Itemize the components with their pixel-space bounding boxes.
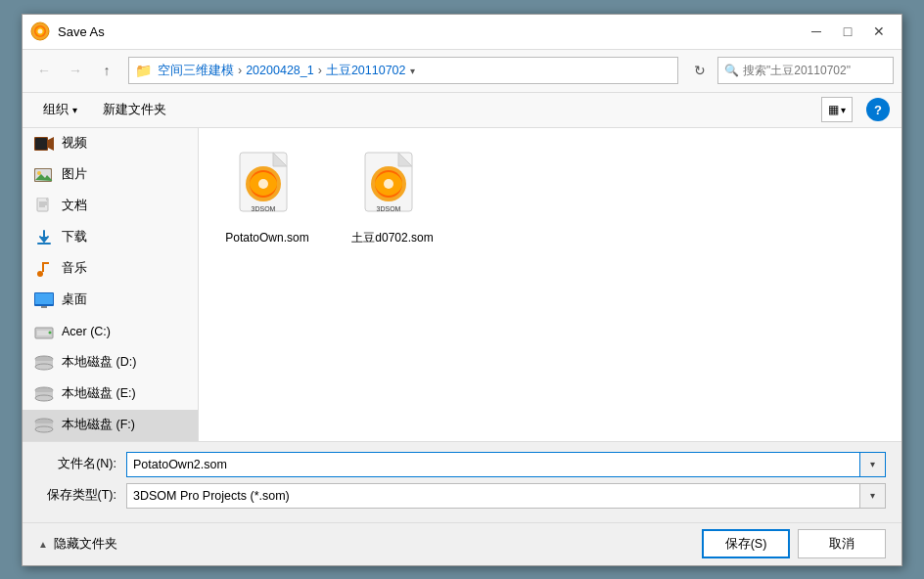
dialog-title: Save As	[58, 24, 802, 39]
desktop-icon	[34, 292, 54, 308]
sidebar-label-local-d: 本地磁盘 (D:)	[62, 354, 136, 371]
new-folder-button[interactable]: 新建文件夹	[94, 97, 175, 122]
main-area: 视频 图片	[23, 128, 901, 441]
local-f-icon	[34, 418, 54, 433]
sidebar-item-local-d[interactable]: 本地磁盘 (D:)	[23, 347, 198, 379]
save-as-dialog: Save As ─ □ ✕ ← → ↑ 📁 空间三维建模 › 20200428_…	[22, 14, 902, 566]
save-button[interactable]: 保存(S)	[702, 529, 790, 558]
breadcrumb-dropdown-icon[interactable]: ▾	[410, 66, 415, 76]
forward-icon: →	[69, 63, 82, 78]
sidebar-item-videos[interactable]: 视频	[23, 128, 198, 159]
svg-rect-14	[37, 243, 51, 245]
sidebar-label-local-e: 本地磁盘 (E:)	[62, 385, 136, 402]
sidebar-label-acer-c: Acer (C:)	[62, 325, 111, 338]
minimize-button[interactable]: ─	[802, 18, 831, 45]
bottom-form-area: 文件名(N): ▾ 保存类型(T): ▾	[23, 441, 901, 522]
title-bar: Save As ─ □ ✕	[23, 15, 901, 50]
file-area: 3DSOM PotatoOwn.som 3DSOM	[199, 128, 901, 441]
sidebar-label-music: 音乐	[62, 260, 87, 277]
sidebar-label-local-f: 本地磁盘 (F:)	[62, 417, 135, 433]
window-controls: ─ □ ✕	[802, 18, 894, 45]
action-toolbar: 组织 ▾ 新建文件夹 ▦ ▾ ?	[23, 93, 901, 128]
nav-toolbar: ← → ↑ 📁 空间三维建模 › 20200428_1 › 土豆20110702…	[23, 50, 901, 93]
refresh-button[interactable]: ↻	[686, 57, 714, 84]
view-button[interactable]: ▦ ▾	[821, 97, 853, 122]
svg-point-40	[258, 179, 268, 189]
breadcrumb-part-2[interactable]: 20200428_1	[246, 64, 314, 77]
sidebar-item-music[interactable]: 音乐	[23, 253, 198, 285]
svg-rect-20	[35, 293, 53, 304]
filetype-select[interactable]	[126, 483, 860, 509]
sidebar-item-pictures[interactable]: 图片	[23, 159, 198, 191]
acer-c-icon	[34, 324, 54, 339]
breadcrumb-part-1[interactable]: 空间三维建模	[158, 63, 234, 79]
file-name-2: 土豆d0702.som	[351, 231, 433, 246]
sidebar: 视频 图片	[23, 128, 199, 441]
footer: ▲ 隐藏文件夹 保存(S) 取消	[23, 522, 901, 565]
up-icon: ↑	[104, 63, 111, 78]
sidebar-item-local-f[interactable]: 本地磁盘 (F:)	[23, 410, 198, 441]
search-box: 🔍	[717, 57, 894, 84]
filename-row: 文件名(N): ▾	[38, 452, 886, 477]
breadcrumb-part-3[interactable]: 土豆20110702	[326, 63, 406, 79]
filename-dropdown-button[interactable]: ▾	[860, 452, 886, 477]
refresh-icon: ↻	[694, 63, 706, 78]
maximize-button[interactable]: □	[833, 18, 862, 45]
back-button[interactable]: ←	[30, 57, 58, 84]
local-e-icon	[34, 386, 54, 402]
file-icon-wrapper-2: 3DSOM	[353, 147, 432, 225]
breadcrumb-bar: 📁 空间三维建模 › 20200428_1 › 土豆20110702 ▾	[128, 57, 678, 84]
help-label: ?	[874, 103, 882, 117]
file-icon-wrapper-1: 3DSOM	[228, 147, 306, 225]
svg-rect-21	[41, 306, 47, 308]
folder-icon: 📁	[135, 63, 152, 78]
svg-point-45	[384, 179, 393, 189]
svg-rect-31	[35, 390, 53, 392]
svg-point-2	[38, 29, 43, 34]
hide-folders-label: 隐藏文件夹	[54, 536, 117, 553]
search-input[interactable]	[743, 64, 887, 77]
new-folder-label: 新建文件夹	[103, 102, 166, 118]
filename-input[interactable]	[126, 452, 860, 477]
dialog-icon	[30, 22, 50, 41]
sidebar-item-desktop[interactable]: 桌面	[23, 285, 198, 316]
help-button[interactable]: ?	[866, 98, 890, 121]
organize-button[interactable]: 组织 ▾	[34, 97, 86, 122]
svg-text:3DSOM: 3DSOM	[377, 205, 401, 212]
filetype-dropdown-button[interactable]: ▾	[860, 483, 886, 509]
sidebar-item-local-e[interactable]: 本地磁盘 (E:)	[23, 379, 198, 410]
sidebar-item-downloads[interactable]: 下载	[23, 222, 198, 253]
local-d-icon	[34, 355, 54, 371]
svg-rect-18	[42, 262, 49, 264]
svg-rect-4	[35, 138, 47, 150]
file-name-1: PotatoOwn.som	[225, 231, 308, 246]
close-button[interactable]: ✕	[864, 18, 894, 45]
organize-label: 组织	[43, 102, 69, 118]
svg-rect-27	[35, 359, 53, 361]
filename-label: 文件名(N):	[38, 456, 126, 472]
view-icon: ▦	[828, 103, 839, 116]
cancel-button[interactable]: 取消	[798, 529, 886, 558]
forward-button[interactable]: →	[62, 57, 89, 84]
hide-folders-control[interactable]: ▲ 隐藏文件夹	[38, 536, 117, 553]
filetype-input-wrap: ▾	[126, 483, 886, 509]
downloads-icon	[34, 230, 54, 245]
sidebar-label-pictures: 图片	[62, 166, 87, 183]
filetype-label: 保存类型(T):	[38, 487, 126, 504]
svg-rect-35	[35, 422, 53, 423]
footer-buttons: 保存(S) 取消	[702, 529, 886, 558]
svg-point-8	[37, 171, 41, 175]
documents-icon	[34, 199, 54, 214]
file-item-2[interactable]: 3DSOM 土豆d0702.som	[334, 138, 451, 265]
sidebar-item-acer-c[interactable]: Acer (C:)	[23, 316, 198, 347]
sidebar-item-documents[interactable]: 文档	[23, 191, 198, 222]
filetype-row: 保存类型(T): ▾	[38, 483, 886, 509]
up-button[interactable]: ↑	[93, 57, 120, 84]
svg-point-24	[49, 331, 52, 334]
svg-marker-5	[48, 137, 54, 151]
filename-input-wrap: ▾	[126, 452, 886, 477]
file-item-1[interactable]: 3DSOM PotatoOwn.som	[208, 138, 326, 265]
svg-point-36	[35, 426, 53, 432]
back-icon: ←	[37, 63, 51, 78]
svg-point-28	[35, 364, 53, 370]
